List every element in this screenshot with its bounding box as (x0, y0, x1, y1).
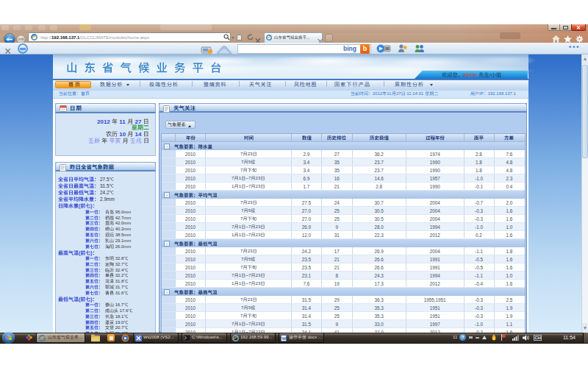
svg-text:7: 7 (232, 272, 234, 277)
svg-text:...: ... (306, 35, 309, 40)
svg-text:23: 23 (247, 248, 252, 253)
svg-text:/: / (490, 72, 491, 78)
svg-text:23: 23 (256, 175, 261, 180)
svg-text:1: 1 (232, 280, 234, 286)
svg-text:2012: 2012 (373, 91, 383, 96)
svg-text:11: 11 (387, 91, 392, 96)
svg-text:21.4: 21.4 (114, 331, 124, 336)
svg-text:7: 7 (232, 321, 234, 326)
svg-text:1: 1 (232, 329, 234, 333)
svg-text:7: 7 (240, 199, 243, 205)
svg-text:1: 1 (239, 329, 242, 333)
svg-text:~7: ~7 (245, 232, 251, 237)
svg-text:23: 23 (256, 224, 261, 229)
svg-text:16.7: 16.7 (114, 302, 124, 307)
svg-text:5: 5 (248, 208, 251, 213)
svg-text:42.0mm: 42.0mm (114, 222, 131, 226)
svg-text:(: ( (78, 297, 80, 302)
svg-text:~7: ~7 (245, 224, 251, 229)
svg-text:7: 7 (240, 167, 243, 172)
svg-text:): ) (90, 204, 92, 210)
svg-text:1: 1 (239, 321, 242, 326)
svg-text:95.0mm: 95.0mm (114, 210, 131, 214)
svg-text:5: 5 (248, 305, 251, 310)
svg-text:(: ( (78, 250, 80, 256)
svg-text:W: W (282, 336, 286, 340)
svg-text:1: 1 (239, 175, 242, 180)
svg-text:7: 7 (241, 208, 244, 213)
svg-text:7: 7 (241, 305, 244, 310)
svg-text:192.168.137.1: 192.168.137.1 (488, 91, 517, 96)
svg-text:.docx ...: .docx ... (306, 335, 322, 339)
svg-text:7: 7 (240, 216, 243, 221)
svg-text:7: 7 (240, 151, 243, 156)
svg-text:1: 1 (239, 232, 242, 237)
svg-text:26.0mm: 26.0mm (114, 244, 131, 249)
svg-text:27: 27 (396, 91, 401, 96)
svg-text:2.9mm: 2.9mm (100, 197, 115, 202)
svg-text:7: 7 (241, 159, 244, 164)
svg-text:1: 1 (239, 280, 242, 286)
svg-text:11:14:31: 11:14:31 (406, 91, 425, 96)
svg-text:31.6: 31.6 (114, 291, 124, 295)
svg-text:23: 23 (256, 272, 261, 277)
svg-text:23: 23 (256, 232, 261, 237)
svg-text:24.2: 24.2 (100, 190, 110, 195)
svg-text:~7: ~7 (245, 321, 251, 326)
svg-text:42.7mm: 42.7mm (114, 216, 131, 220)
svg-text:17.6: 17.6 (118, 308, 129, 313)
svg-text:23: 23 (247, 151, 252, 156)
svg-text:7: 7 (241, 256, 244, 261)
svg-text:): ) (90, 297, 92, 302)
svg-text:27.5: 27.5 (100, 176, 110, 181)
svg-text:7: 7 (240, 248, 243, 253)
svg-text:~7: ~7 (245, 183, 251, 188)
svg-text:10: 10 (120, 131, 126, 138)
svg-text:31.7: 31.7 (114, 285, 124, 289)
svg-text:7: 7 (232, 175, 234, 180)
svg-text:~7: ~7 (245, 280, 251, 286)
svg-text:7: 7 (240, 313, 243, 318)
svg-text:23: 23 (256, 183, 261, 188)
svg-text:admin: admin (463, 72, 478, 78)
svg-text:): ) (90, 250, 92, 256)
svg-text:2012: 2012 (97, 118, 110, 125)
svg-text:32.2: 32.2 (114, 274, 124, 278)
svg-text:7: 7 (240, 264, 243, 269)
svg-text:5: 5 (248, 159, 251, 164)
svg-text:40.2mm: 40.2mm (114, 227, 131, 231)
svg-text:5: 5 (248, 256, 251, 261)
svg-text:~7: ~7 (245, 329, 251, 333)
svg-text:1: 1 (232, 232, 234, 237)
svg-text:~7: ~7 (245, 272, 251, 277)
svg-text:7: 7 (240, 297, 243, 302)
svg-text:27: 27 (135, 118, 142, 125)
svg-text:32.8: 32.8 (114, 256, 124, 261)
svg-text:1: 1 (239, 224, 242, 229)
svg-text:23: 23 (256, 329, 261, 333)
svg-text:32.4: 32.4 (114, 268, 124, 272)
svg-text:1: 1 (232, 183, 234, 188)
svg-text:7: 7 (232, 224, 234, 229)
svg-text:14: 14 (135, 131, 142, 138)
svg-text:19.0: 19.0 (114, 320, 124, 325)
svg-text:(: ( (78, 204, 80, 210)
svg-text:1: 1 (239, 272, 242, 277)
svg-text:11: 11 (120, 118, 126, 125)
svg-text:20.7: 20.7 (114, 326, 124, 330)
svg-text:23: 23 (247, 297, 252, 302)
svg-text:23: 23 (256, 280, 261, 286)
svg-text:18.1: 18.1 (114, 314, 124, 319)
svg-text:...: ... (79, 335, 82, 339)
svg-text:31.8: 31.8 (114, 279, 124, 283)
svg-text:31.5: 31.5 (100, 183, 110, 188)
svg-text:~7: ~7 (245, 175, 251, 180)
svg-text:29.1mm: 29.1mm (114, 238, 131, 243)
svg-text:32.7: 32.7 (114, 262, 124, 266)
svg-text:IP: IP (479, 91, 484, 96)
svg-text:23: 23 (247, 199, 252, 205)
svg-text:38.5mm: 38.5mm (114, 233, 131, 237)
svg-text:1: 1 (239, 183, 242, 188)
svg-text:23: 23 (256, 321, 261, 326)
